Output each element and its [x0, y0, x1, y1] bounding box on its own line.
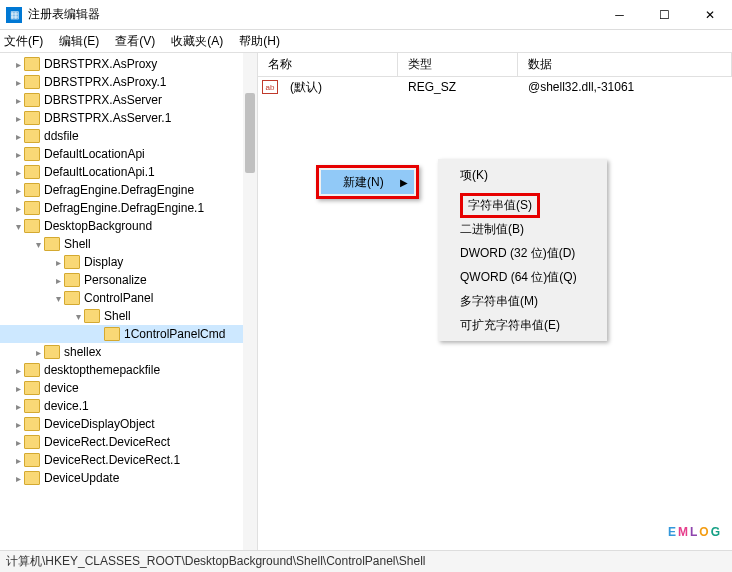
tree-item-label: device.1 [44, 399, 89, 413]
tree-item[interactable]: ▸DBRSTPRX.AsServer.1 [0, 109, 257, 127]
tree-item-label: Display [84, 255, 123, 269]
folder-icon [24, 453, 40, 467]
arrow-collapsed-icon[interactable]: ▸ [32, 347, 44, 358]
tree-item-label: DeviceUpdate [44, 471, 119, 485]
scrollbar-vertical[interactable] [243, 53, 257, 550]
ctx-multi[interactable]: 多字符串值(M) [438, 289, 607, 313]
arrow-collapsed-icon[interactable]: ▸ [12, 131, 24, 142]
arrow-collapsed-icon[interactable]: ▸ [12, 77, 24, 88]
arrow-expanded-icon[interactable]: ▾ [72, 311, 84, 322]
tree-item[interactable]: ▾ControlPanel [0, 289, 257, 307]
ctx-qword[interactable]: QWORD (64 位)值(Q) [438, 265, 607, 289]
tree-item-label: DefaultLocationApi.1 [44, 165, 155, 179]
tree-item[interactable]: ▾Shell [0, 307, 257, 325]
tree-item[interactable]: ▸device.1 [0, 397, 257, 415]
tree-item-label: DefaultLocationApi [44, 147, 145, 161]
folder-icon [84, 309, 100, 323]
tree-item[interactable]: ▸Personalize [0, 271, 257, 289]
tree-item[interactable]: ▸DBRSTPRX.AsProxy.1 [0, 73, 257, 91]
scrollbar-thumb[interactable] [245, 93, 255, 173]
maximize-button[interactable]: ☐ [642, 0, 687, 30]
folder-icon [24, 147, 40, 161]
tree-item-label: DesktopBackground [44, 219, 152, 233]
tree-item-label: DeviceRect.DeviceRect [44, 435, 170, 449]
tree-item[interactable]: ▸DefaultLocationApi.1 [0, 163, 257, 181]
ctx-binary[interactable]: 二进制值(B) [438, 217, 607, 241]
col-data[interactable]: 数据 [518, 53, 732, 76]
folder-icon [104, 327, 120, 341]
folder-icon [24, 219, 40, 233]
watermark: EMLOG [668, 496, 722, 546]
menu-help[interactable]: 帮助(H) [239, 33, 280, 50]
tree-pane[interactable]: ▸DBRSTPRX.AsProxy▸DBRSTPRX.AsProxy.1▸DBR… [0, 53, 258, 550]
tree-item[interactable]: ▸DefaultLocationApi [0, 145, 257, 163]
tree-item[interactable]: ▸DefragEngine.DefragEngine [0, 181, 257, 199]
data-row[interactable]: ab (默认) REG_SZ @shell32.dll,-31061 [258, 77, 732, 97]
arrow-collapsed-icon[interactable]: ▸ [12, 419, 24, 430]
tree-item[interactable]: ▸desktopthemepackfile [0, 361, 257, 379]
arrow-collapsed-icon[interactable]: ▸ [12, 383, 24, 394]
ctx-dword[interactable]: DWORD (32 位)值(D) [438, 241, 607, 265]
arrow-collapsed-icon[interactable]: ▸ [12, 401, 24, 412]
folder-icon [24, 93, 40, 107]
tree-item[interactable]: ▸DeviceDisplayObject [0, 415, 257, 433]
ctx-string[interactable]: 字符串值(S) [438, 193, 607, 217]
tree-item[interactable]: ▸shellex [0, 343, 257, 361]
arrow-collapsed-icon[interactable]: ▸ [12, 167, 24, 178]
tree-item[interactable]: ▸DeviceRect.DeviceRect.1 [0, 451, 257, 469]
menu-file[interactable]: 文件(F) [4, 33, 43, 50]
tree-item[interactable]: ▸ddsfile [0, 127, 257, 145]
tree-item-label: ddsfile [44, 129, 79, 143]
arrow-expanded-icon[interactable]: ▾ [32, 239, 44, 250]
tree-item[interactable]: ▸DBRSTPRX.AsServer [0, 91, 257, 109]
arrow-expanded-icon[interactable]: ▾ [52, 293, 64, 304]
tree-item-label: DefragEngine.DefragEngine [44, 183, 194, 197]
arrow-collapsed-icon[interactable]: ▸ [12, 95, 24, 106]
arrow-collapsed-icon[interactable]: ▸ [12, 149, 24, 160]
minimize-button[interactable]: ─ [597, 0, 642, 30]
tree-item-label: DefragEngine.DefragEngine.1 [44, 201, 204, 215]
arrow-collapsed-icon[interactable]: ▸ [12, 365, 24, 376]
tree-item-label: Shell [104, 309, 131, 323]
tree-item[interactable]: ▸DefragEngine.DefragEngine.1 [0, 199, 257, 217]
arrow-collapsed-icon[interactable]: ▸ [52, 257, 64, 268]
ctx-expand[interactable]: 可扩充字符串值(E) [438, 313, 607, 337]
col-name[interactable]: 名称 [258, 53, 398, 76]
tree-item[interactable]: ▸DBRSTPRX.AsProxy [0, 55, 257, 73]
arrow-collapsed-icon[interactable]: ▸ [12, 437, 24, 448]
statusbar: 计算机\HKEY_CLASSES_ROOT\DesktopBackground\… [0, 550, 732, 572]
ctx-new[interactable]: 新建(N) ▶ [321, 170, 414, 194]
tree-item-label: DBRSTPRX.AsProxy.1 [44, 75, 166, 89]
arrow-collapsed-icon[interactable]: ▸ [12, 185, 24, 196]
folder-icon [24, 165, 40, 179]
tree-item-label: DBRSTPRX.AsServer.1 [44, 111, 171, 125]
tree-item[interactable]: ▸device [0, 379, 257, 397]
tree-item-label: ControlPanel [84, 291, 153, 305]
arrow-collapsed-icon[interactable]: ▸ [12, 59, 24, 70]
arrow-collapsed-icon[interactable]: ▸ [52, 275, 64, 286]
cell-type: REG_SZ [398, 80, 518, 94]
close-button[interactable]: ✕ [687, 0, 732, 30]
tree-item-label: DBRSTPRX.AsProxy [44, 57, 157, 71]
tree-item[interactable]: 1ControlPanelCmd [0, 325, 257, 343]
ctx-key[interactable]: 项(K) [438, 163, 607, 187]
folder-icon [64, 291, 80, 305]
col-type[interactable]: 类型 [398, 53, 518, 76]
arrow-collapsed-icon[interactable]: ▸ [12, 473, 24, 484]
arrow-collapsed-icon[interactable]: ▸ [12, 113, 24, 124]
arrow-collapsed-icon[interactable]: ▸ [12, 455, 24, 466]
tree-item[interactable]: ▸Display [0, 253, 257, 271]
tree-item[interactable]: ▸DeviceUpdate [0, 469, 257, 487]
tree-item[interactable]: ▾DesktopBackground [0, 217, 257, 235]
folder-icon [24, 111, 40, 125]
tree-item[interactable]: ▸DeviceRect.DeviceRect [0, 433, 257, 451]
arrow-collapsed-icon[interactable]: ▸ [12, 203, 24, 214]
menu-edit[interactable]: 编辑(E) [59, 33, 99, 50]
context-menu-new: 新建(N) ▶ [316, 165, 419, 199]
arrow-expanded-icon[interactable]: ▾ [12, 221, 24, 232]
folder-icon [64, 273, 80, 287]
data-header: 名称 类型 数据 [258, 53, 732, 77]
menu-fav[interactable]: 收藏夹(A) [171, 33, 223, 50]
tree-item[interactable]: ▾Shell [0, 235, 257, 253]
menu-view[interactable]: 查看(V) [115, 33, 155, 50]
